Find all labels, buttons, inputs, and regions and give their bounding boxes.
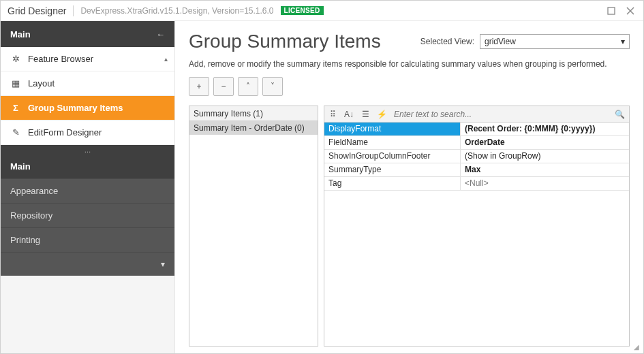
titlebar-separator (73, 5, 74, 16)
property-key: SummaryType (324, 163, 461, 176)
sort-az-icon: A↓ (344, 110, 354, 119)
sidebar-section-main[interactable]: Main (1, 155, 174, 179)
minus-icon: − (221, 82, 226, 91)
window-title: Grid Designer (7, 5, 66, 16)
selected-view-wrap: Selected View: gridView ▾ (420, 34, 630, 49)
chevron-down-icon: ▾ (621, 37, 625, 46)
sort-button[interactable]: A↓ (341, 106, 357, 123)
sidebar-header[interactable]: Main ← (1, 21, 174, 47)
ellipsis-icon: … (85, 146, 91, 154)
titlebar: Grid Designer DevExpress.XtraGrid.v15.1.… (1, 1, 643, 21)
summary-list-item[interactable]: Summary Item - OrderDate (0) (189, 121, 318, 135)
events-button[interactable]: ⚡ (373, 106, 390, 123)
property-row-fieldname[interactable]: FieldName OrderDate (324, 136, 629, 150)
sidebar-section-label: Appearance (10, 186, 58, 196)
main-panel: Group Summary Items Selected View: gridV… (175, 21, 643, 353)
properties-icon: ☰ (362, 110, 369, 119)
grid-designer-window: Grid Designer DevExpress.XtraGrid.v15.1.… (0, 0, 644, 354)
props-button[interactable]: ☰ (357, 106, 373, 123)
selected-view-value: gridView (485, 37, 516, 46)
page-title: Group Summary Items (189, 31, 381, 52)
property-key: FieldName (324, 136, 461, 149)
summary-toolbar: + − ˄ ˅ (189, 77, 630, 96)
body: Main ← ✲ Feature Browser ▴ ▦ Layout Σ Gr… (1, 21, 643, 353)
license-badge: LICENSED (281, 6, 324, 15)
property-key: ShowInGroupColumnFooter (324, 150, 461, 163)
property-row-summarytype[interactable]: SummaryType Max (324, 163, 629, 177)
property-row-tag[interactable]: Tag <Null> (324, 177, 629, 191)
property-search: 🔍 (390, 110, 629, 119)
back-arrow-icon: ← (156, 29, 165, 39)
move-down-button[interactable]: ˅ (262, 77, 283, 96)
sidebar-item-label: Feature Browser (28, 54, 93, 64)
sidebar-divider[interactable]: … (1, 145, 174, 155)
resize-grip[interactable]: ◢ (634, 343, 639, 351)
sidebar-section-label: Repository (10, 210, 52, 221)
property-value[interactable]: OrderDate (461, 136, 629, 149)
sidebar-item-feature-browser[interactable]: ✲ Feature Browser ▴ (1, 47, 174, 71)
sidebar-section-label: Main (10, 161, 31, 172)
property-row-showingroupcolumnfooter[interactable]: ShowInGroupColumnFooter (Show in GroupRo… (324, 150, 629, 163)
gear-icon: ✲ (10, 54, 21, 65)
sidebar-item-layout[interactable]: ▦ Layout (1, 71, 174, 96)
categorize-icon: ⠿ (330, 110, 336, 119)
property-value[interactable]: Max (461, 163, 629, 176)
maximize-icon (607, 7, 615, 15)
caret-up-icon: ▴ (164, 55, 168, 63)
svg-rect-0 (608, 7, 615, 14)
property-value[interactable]: (Recent Order: {0:MMM} {0:yyyy}) (461, 123, 629, 135)
property-value[interactable]: <Null> (461, 177, 629, 190)
sidebar-item-label: Layout (28, 78, 55, 88)
plus-icon: + (196, 82, 201, 91)
sidebar-item-group-summary-items[interactable]: Σ Group Summary Items (1, 96, 174, 120)
property-grid-pane: ⠿ A↓ ☰ ⚡ 🔍 DisplayFormat (Recent Order: … (324, 106, 630, 347)
property-grid: DisplayFormat (Recent Order: {0:MMM} {0:… (324, 123, 629, 346)
property-grid-toolbar: ⠿ A↓ ☰ ⚡ 🔍 (324, 106, 629, 123)
sidebar-header-label: Main (10, 29, 31, 39)
summary-items-pane: Summary Items (1) Summary Item - OrderDa… (189, 106, 318, 347)
chevron-up-icon: ˄ (246, 82, 250, 91)
chevron-down-icon: ˅ (271, 82, 275, 91)
property-value[interactable]: (Show in GroupRow) (461, 150, 629, 163)
add-button[interactable]: + (189, 77, 209, 96)
summary-items-header: Summary Items (1) (189, 106, 318, 121)
content-panes: Summary Items (1) Summary Item - OrderDa… (189, 106, 630, 347)
search-icon[interactable]: 🔍 (615, 110, 625, 119)
property-row-displayformat[interactable]: DisplayFormat (Recent Order: {0:MMM} {0:… (324, 123, 629, 136)
selected-view-label: Selected View: (420, 37, 474, 46)
chevron-down-icon: ▾ (161, 259, 165, 269)
page-description: Add, remove or modify the summary items … (189, 59, 630, 69)
sidebar: Main ← ✲ Feature Browser ▴ ▦ Layout Σ Gr… (1, 21, 175, 353)
assembly-meta: DevExpress.XtraGrid.v15.1.Design, Versio… (80, 6, 273, 16)
sidebar-item-label: Group Summary Items (28, 103, 123, 113)
sidebar-section-label: Printing (10, 235, 40, 245)
sidebar-section-repository[interactable]: Repository (1, 204, 174, 228)
close-button[interactable] (624, 5, 637, 17)
sidebar-footer[interactable]: ▾ (1, 253, 174, 276)
categorize-button[interactable]: ⠿ (324, 106, 341, 123)
maximize-button[interactable] (605, 5, 617, 17)
layout-icon: ▦ (10, 78, 21, 89)
sidebar-section-printing[interactable]: Printing (1, 228, 174, 253)
property-search-input[interactable] (394, 110, 615, 119)
sidebar-section-appearance[interactable]: Appearance (1, 179, 174, 204)
property-key: Tag (324, 177, 461, 190)
selected-view-combo[interactable]: gridView ▾ (480, 34, 630, 49)
move-up-button[interactable]: ˄ (238, 77, 258, 96)
header-row: Group Summary Items Selected View: gridV… (189, 31, 630, 52)
remove-button[interactable]: − (213, 77, 234, 96)
sigma-icon: Σ (10, 103, 21, 114)
sidebar-item-editform-designer[interactable]: ✎ EditForm Designer (1, 120, 174, 145)
sidebar-item-label: EditForm Designer (28, 127, 102, 138)
property-key: DisplayFormat (324, 123, 461, 135)
close-icon (626, 7, 634, 15)
lightning-icon: ⚡ (377, 110, 387, 119)
edit-icon: ✎ (10, 127, 21, 138)
